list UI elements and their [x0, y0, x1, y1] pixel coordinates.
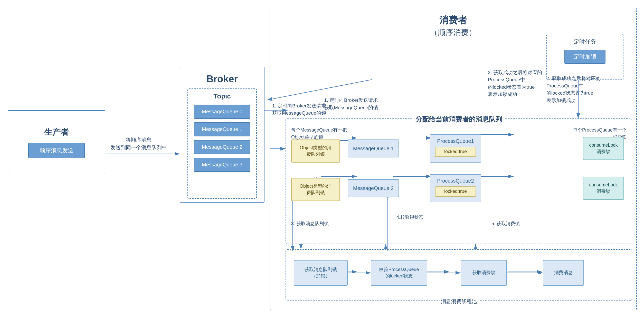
thread-pool-container: 消息消费线程池 获取消息队列锁 （加锁） 校验ProcessQueue 的loc…	[286, 249, 632, 301]
consumer-inner-container: 分配给当前消费者的消息队列 每个MessageQueue有一把 Object类型…	[286, 118, 632, 244]
producer-title: 生产者	[44, 126, 69, 138]
mq0-box: MessageQueue 0	[194, 105, 250, 119]
timer-lock-button[interactable]: 定时加锁	[564, 50, 605, 64]
arrow2-outer-label: 2. 获取成功之后将对应的 ProcessQueue中 的locked状态置为t…	[488, 62, 542, 98]
arrow1-label: 1. 定时向Broker发送请求 获取MessageQueue的锁	[324, 97, 378, 111]
arrow3-label: 3. 获取消息队列锁	[291, 220, 329, 227]
send-msg-label: 将顺序消息 发送到同一个消息队列中	[110, 136, 167, 151]
mq2-box: MessageQueue 2	[194, 140, 250, 154]
pq2-locked: locked:true	[435, 186, 476, 197]
arrow2-label: 2. 获取成功之后将对应的 ProcessQueue中 的locked状态置为t…	[546, 75, 621, 104]
arrow5-label: 5. 获取消费锁	[491, 220, 520, 227]
mq3-box: MessageQueue 3	[194, 158, 250, 172]
consumer-inner-label: 分配给当前消费者的消息队列	[413, 114, 505, 124]
arrow1-outer-label: 1. 定时向Broker发送请求 获取MessageQueue的锁	[272, 95, 326, 117]
mq1-box: MessageQueue 1	[194, 122, 250, 136]
consumer-mq1: MessageQueue 1	[348, 139, 399, 157]
consumer-title: 消费者	[270, 13, 636, 27]
object-lock-1: Object类型的消 费队列锁	[291, 139, 340, 163]
thread-pool-label: 消息消费线程池	[438, 297, 479, 305]
thread-step2: 校验ProcessQueue 的locked状态	[371, 260, 427, 286]
pq1-locked: locked:true	[435, 147, 476, 157]
producer-button[interactable]: 顺序消息发送	[28, 143, 85, 158]
timer-task-container: 定时任务 定时加锁	[546, 34, 623, 80]
broker-title: Broker	[206, 72, 238, 86]
thread-step1: 获取消息队列锁 （加锁）	[294, 260, 348, 286]
timer-task-label: 定时任务	[574, 38, 596, 46]
broker-container: Broker Topic MessageQueue 0 MessageQueue…	[180, 67, 264, 203]
consume-lock-1: consumeLock 消费锁	[583, 137, 624, 160]
consumer-outer-container: 消费者 （顺序消费） 定时任务 定时加锁 1. 定时向Broker发送请求 获取…	[270, 8, 637, 310]
topic-container: Topic MessageQueue 0 MessageQueue 1 Mess…	[187, 88, 257, 199]
consume-lock-2: consumeLock 消费锁	[583, 177, 624, 200]
thread-step4: 消费消息	[543, 260, 584, 286]
diagram-container: 生产者 顺序消息发送 将顺序消息 发送到同一个消息队列中 Broker Topi…	[0, 0, 644, 320]
object-lock-2: Object类型的消 费队列锁	[291, 178, 340, 201]
thread-step3: 获取消费锁	[461, 260, 507, 286]
process-queue-1: ProcessQueue1 locked:true	[430, 134, 481, 163]
arrow4-label: 4.校验锁状态	[396, 214, 423, 221]
producer-container: 生产者 顺序消息发送	[8, 110, 105, 174]
mq-lock-label: 每个MessageQueue有一把 Object类型的锁	[291, 127, 347, 141]
topic-label: Topic	[213, 92, 231, 101]
consumer-mq2: MessageQueue 2	[348, 179, 399, 197]
process-queue-2: ProcessQueue2 locked:true	[430, 174, 481, 202]
